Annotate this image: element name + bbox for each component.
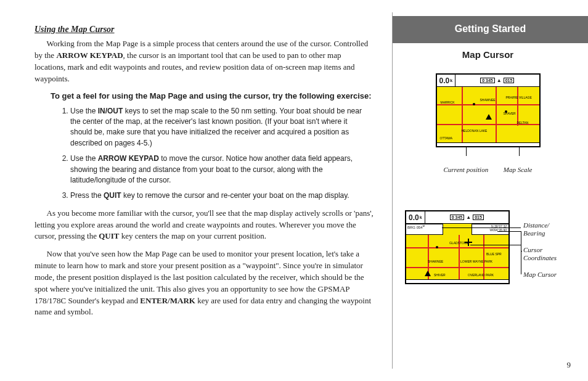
speed-unit: k (450, 78, 452, 83)
coords-box: N 39°07.32' W094°35.90' (472, 224, 508, 235)
main-content: Using the Map Cursor Working from the Ma… (0, 0, 392, 381)
speed-value: 0.0 (409, 213, 419, 222)
brg-value: 054 (417, 226, 423, 229)
map-body: MARRICK SHAWNEE PRAIRIE VILLAGE SHAVER D… (437, 87, 539, 142)
step-3: Press the QUIT key to remove the cursor … (70, 190, 374, 201)
page: Using the Map Cursor Working from the Ma… (0, 0, 588, 381)
paragraph-intro: Working from the Map Page is a simple pr… (35, 38, 374, 84)
figure-2: 0.0k 0 345 ▲ 015 BRG 054M N 39°07.32' W0… (405, 210, 571, 284)
speed-value: 0.0 (439, 76, 450, 85)
paragraph-waypoint: Now that you've seen how the Map Page ca… (35, 248, 374, 318)
map-top-bar: 0.0k 0 345 ▲ 015 (437, 75, 539, 87)
section-title: Using the Map Cursor (35, 25, 374, 35)
text: Use the (70, 107, 98, 115)
leader-line (442, 227, 521, 228)
pointer-icon: ▲ (497, 78, 502, 83)
annot-cursor-coordinates: Cursor Coordinates (523, 246, 557, 262)
map-bottom-bar (437, 142, 539, 146)
caption-current-position: Current position (444, 166, 489, 173)
heading-badge: 0 345 (480, 78, 495, 83)
key-bold: ENTER/MARK (140, 296, 195, 305)
caption-map-scale: Map Scale (504, 166, 533, 173)
boat-icon (425, 271, 431, 276)
text: Use the (70, 154, 98, 163)
paragraph-pans: As you become more familiar with the cur… (35, 208, 374, 243)
exercise-steps: Use the IN/OUT keys to set the map scale… (70, 106, 374, 202)
key-bold: QUIT (99, 231, 119, 240)
heading-badge: 015 (504, 78, 515, 83)
annot-map-cursor: Map Cursor (523, 271, 557, 279)
key-bold: QUIT (104, 191, 121, 200)
heading-badge: 015 (473, 215, 484, 220)
heading-strip: 0 345 ▲ 015 (425, 215, 508, 220)
speed-readout: 0.0k (437, 75, 456, 86)
map-screenshot-1: 0.0k 0 345 ▲ 015 MARRICK SH (436, 73, 541, 147)
map-body: GLADSTONE SHAWNEE LOWER WAYNE PARK BLUE … (406, 235, 508, 279)
text: key to remove the cursor and re-center y… (121, 191, 349, 200)
key-bold: IN/OUT (98, 107, 123, 115)
bearing-box: BRG 054M (406, 224, 443, 235)
map-screenshot-2: 0.0k 0 345 ▲ 015 BRG 054M N 39°07.32' W0… (405, 210, 510, 284)
speed-readout: 0.0k (406, 211, 425, 223)
keypad-bold: ARROW KEYPAD (56, 51, 123, 60)
figure-1: 0.0k 0 345 ▲ 015 MARRICK SH (427, 73, 550, 173)
map-bottom-bar (406, 279, 508, 283)
sidebar: Getting Started Map Cursor 0.0k 0 345 ▲ … (393, 0, 588, 381)
pointer-icon: ▲ (466, 215, 471, 220)
leader-line (470, 245, 521, 245)
leader-line (497, 231, 521, 232)
figure-1-captions: Current position Map Scale (444, 166, 533, 173)
map-top-bar: 0.0k 0 345 ▲ 015 (406, 211, 508, 224)
boat-icon (486, 114, 492, 120)
page-number: 9 (567, 360, 571, 370)
section-subhead: Map Cursor (405, 49, 571, 60)
exercise-lead: To get a feel for using the Map Page and… (51, 91, 374, 102)
annot-distance-bearing: Distance/ Bearing (523, 221, 549, 237)
heading-strip: 0 345 ▲ 015 (455, 78, 539, 83)
key-bold: ARROW KEYPAD (98, 154, 159, 163)
step-2: Use the ARROW KEYPAD to move the cursor.… (70, 154, 374, 186)
speed-unit: k (420, 215, 422, 219)
heading-badge: 0 345 (450, 215, 465, 220)
brg-label: BRG (407, 226, 415, 229)
section-header: Getting Started (393, 16, 588, 43)
step-1: Use the IN/OUT keys to set the map scale… (70, 106, 374, 149)
caption-leaders (427, 147, 550, 162)
text: Press the (70, 191, 104, 200)
text: key centers the map on your current posi… (119, 231, 266, 240)
